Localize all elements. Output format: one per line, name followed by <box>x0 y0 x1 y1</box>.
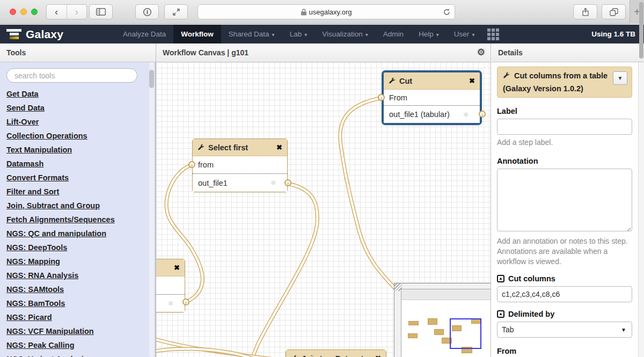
node-title: Join two Datasets <box>302 354 368 357</box>
node-close-icon[interactable]: ✖ <box>469 77 475 85</box>
sidebar-toggle-button[interactable] <box>89 4 113 19</box>
details-scrollbar-track[interactable] <box>638 62 644 357</box>
nav-item-label: Lab <box>290 30 302 38</box>
node-input-label: From <box>389 93 407 102</box>
workflow-output-toggle-icon[interactable]: ✱ <box>270 179 276 187</box>
output-connector[interactable]: › <box>479 111 486 118</box>
expand-arrows-icon <box>172 8 180 16</box>
cut-columns-input[interactable] <box>497 286 632 302</box>
input-connector[interactable]: › <box>378 94 385 101</box>
tool-category-ngs-bamtools[interactable]: NGS: BamTools <box>6 296 155 310</box>
workflow-options-gear-icon[interactable]: ⚙ <box>477 47 485 58</box>
address-bar[interactable]: usegalaxy.org <box>197 4 455 19</box>
tool-category-lift-over[interactable]: Lift-Over <box>6 115 155 129</box>
share-icon <box>582 8 589 17</box>
node-close-icon[interactable]: ✖ <box>375 354 381 357</box>
nav-item-visualization[interactable]: Visualization▾ <box>314 25 376 43</box>
forward-button[interactable]: › <box>67 5 87 19</box>
node-output-label: out_file1 (tabular) <box>389 110 450 119</box>
apps-grid-icon[interactable] <box>487 28 499 40</box>
nav-item-analyze-data[interactable]: Analyze Data <box>115 25 173 43</box>
tool-category-get-data[interactable]: Get Data <box>6 87 155 101</box>
output-connector[interactable]: › <box>182 298 189 305</box>
nav-item-shared-data[interactable]: Shared Data▾ <box>221 25 282 43</box>
minimap-viewport-rect[interactable] <box>450 318 481 349</box>
tools-scrollbar-thumb[interactable] <box>149 70 154 88</box>
galaxy-logo[interactable]: Galaxy <box>0 25 115 43</box>
tool-header-box: Cut columns from a table (Galaxy Version… <box>497 67 632 98</box>
tool-category-ngs-qc-and-manipulation[interactable]: NGS: QC and manipulation <box>6 227 155 241</box>
tool-category-datamash[interactable]: Datamash <box>6 157 155 171</box>
minimap-header-band <box>401 289 491 300</box>
tool-category-ngs-peak-calling[interactable]: NGS: Peak Calling <box>6 338 155 352</box>
zoom-window-button[interactable] <box>31 9 38 15</box>
tool-category-ngs-picard[interactable]: NGS: Picard <box>6 310 155 324</box>
tool-category-text-manipulation[interactable]: Text Manipulation <box>6 143 155 157</box>
galaxy-bars-icon <box>6 28 21 40</box>
tool-category-ngs-rna-analysis[interactable]: NGS: RNA Analysis <box>6 268 155 282</box>
canvas-panel-header: Workflow Canvas | g101 ⚙ <box>156 43 491 62</box>
node-close-icon[interactable]: ✖ <box>174 264 180 272</box>
nav-item-workflow[interactable]: Workflow <box>173 25 221 43</box>
details-scrollbar-thumb[interactable] <box>639 2 643 59</box>
tool-category-list: Get DataSend DataLift-OverCollection Ope… <box>0 86 155 357</box>
node-close-icon[interactable]: ✖ <box>276 143 282 151</box>
tool-search-input[interactable] <box>6 68 137 83</box>
tool-category-collection-operations[interactable]: Collection Operations <box>6 129 155 143</box>
tool-category-ngs-samtools[interactable]: NGS: SAMtools <box>6 282 155 296</box>
nav-item-label: Analyze Data <box>123 30 166 38</box>
tool-category-ngs-mapping[interactable]: NGS: Mapping <box>6 254 155 268</box>
annotation-textarea[interactable] <box>497 169 632 231</box>
select-arrow-icon: ▼ <box>621 327 626 333</box>
delimited-by-select[interactable]: Tab ▼ <box>497 322 632 338</box>
canvas-overview-minimap[interactable] <box>394 283 491 357</box>
tool-category-ngs-deeptools[interactable]: NGS: DeepTools <box>6 241 155 254</box>
reload-button[interactable] <box>443 8 451 18</box>
workflow-canvas[interactable]: ✖ ✱ › Select first ✖ from › out_file1 ✱ … <box>156 62 491 357</box>
nav-item-label: Workflow <box>181 30 214 38</box>
nav-item-help[interactable]: Help▾ <box>411 25 447 43</box>
details-panel-header: Details <box>492 43 644 62</box>
tool-category-filter-and-sort[interactable]: Filter and Sort <box>6 185 155 199</box>
onepassword-extension-button[interactable] <box>135 4 159 19</box>
workflow-node-select-first[interactable]: Select first ✖ from › out_file1 ✱ › <box>192 139 288 192</box>
nav-item-admin[interactable]: Admin <box>376 25 411 43</box>
minimize-window-button[interactable] <box>20 9 27 15</box>
nav-item-user[interactable]: User▾ <box>447 25 482 43</box>
tab-overview-button[interactable] <box>602 4 626 19</box>
galaxy-masthead: Galaxy Analyze DataWorkflowShared Data▾L… <box>0 25 644 43</box>
step-label-input[interactable] <box>497 119 632 135</box>
caret-square-icon[interactable]: ▲ <box>497 310 504 318</box>
chevron-down-icon: ▾ <box>436 32 439 38</box>
back-button[interactable]: ‹ <box>47 5 67 19</box>
tool-category-join-subtract-and-group[interactable]: Join, Subtract and Group <box>6 199 155 213</box>
sidebar-icon <box>96 8 106 16</box>
tool-category-ngs-variant-analysis[interactable]: NGS: Variant Analysis <box>6 352 155 357</box>
wrench-icon <box>503 72 510 79</box>
minimap-map-area[interactable] <box>401 289 491 357</box>
nav-item-label: Help <box>419 30 434 38</box>
fullscreen-extension-button[interactable] <box>164 4 188 19</box>
workflow-connection-wire <box>340 98 400 294</box>
nav-item-lab[interactable]: Lab▾ <box>282 25 315 43</box>
close-window-button[interactable] <box>10 9 16 15</box>
tools-scrollbar-track[interactable] <box>149 62 154 357</box>
workflow-node-partial[interactable]: ✖ ✱ › <box>156 259 185 312</box>
workflow-output-toggle-icon[interactable]: ✱ <box>168 300 174 308</box>
tool-category-fetch-alignments-sequences[interactable]: Fetch Alignments/Sequences <box>6 213 155 227</box>
caret-square-icon[interactable]: ▲ <box>497 275 504 282</box>
tool-options-dropdown-button[interactable]: ▼ <box>613 71 627 85</box>
workflow-node-cut[interactable]: Cut ✖ From › out_file1 (tabular) ✱ › <box>382 70 482 125</box>
tool-category-convert-formats[interactable]: Convert Formats <box>6 171 155 185</box>
wrench-icon <box>197 144 205 151</box>
minimap-node <box>408 321 419 325</box>
output-connector[interactable]: › <box>284 179 291 186</box>
share-button[interactable] <box>573 4 597 19</box>
tool-category-ngs-vcf-manipulation[interactable]: NGS: VCF Manipulation <box>6 324 155 338</box>
tools-panel: Get DataSend DataLift-OverCollection Ope… <box>0 62 156 357</box>
input-connector[interactable]: › <box>188 161 195 168</box>
nav-item-label: User <box>454 30 470 38</box>
workflow-output-toggle-icon[interactable]: ✱ <box>463 111 469 119</box>
workflow-node-join[interactable]: Join two Datasets ✖ <box>286 349 386 357</box>
tool-category-send-data[interactable]: Send Data <box>6 101 155 115</box>
